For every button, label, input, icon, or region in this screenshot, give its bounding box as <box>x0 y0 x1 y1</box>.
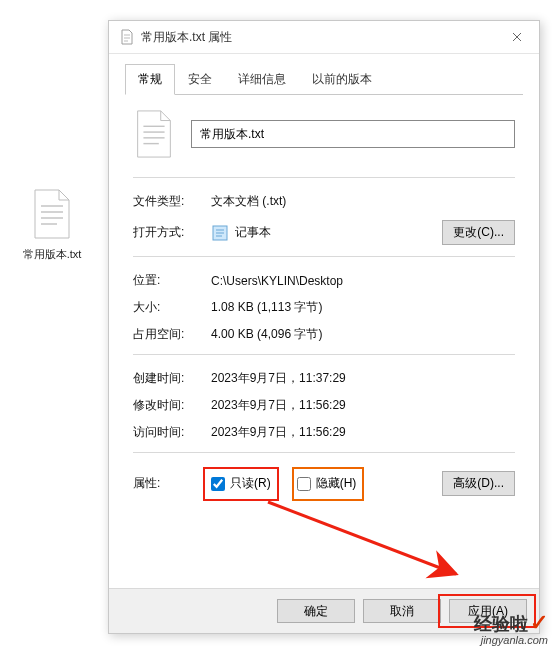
label-file-type: 文件类型: <box>133 193 211 210</box>
label-attributes: 属性: <box>133 475 211 492</box>
label-size-on-disk: 占用空间: <box>133 326 211 343</box>
tab-security[interactable]: 安全 <box>175 64 225 95</box>
value-file-type: 文本文档 (.txt) <box>211 193 515 210</box>
row-created: 创建时间: 2023年9月7日，11:37:29 <box>133 365 515 392</box>
row-accessed: 访问时间: 2023年9月7日，11:56:29 <box>133 419 515 446</box>
change-button[interactable]: 更改(C)... <box>442 220 515 245</box>
cancel-button[interactable]: 取消 <box>363 599 441 623</box>
readonly-label: 只读(R) <box>230 475 271 492</box>
tab-previous-versions[interactable]: 以前的版本 <box>299 64 385 95</box>
titlebar[interactable]: 常用版本.txt 属性 <box>109 21 539 54</box>
row-size-on-disk: 占用空间: 4.00 KB (4,096 字节) <box>133 321 515 348</box>
watermark: 经验啦✓ jingyanla.com <box>474 616 548 647</box>
window-title: 常用版本.txt 属性 <box>141 29 495 46</box>
value-open-with: 记事本 <box>235 224 271 241</box>
tab-general[interactable]: 常规 <box>125 64 175 95</box>
ok-button[interactable]: 确定 <box>277 599 355 623</box>
advanced-button[interactable]: 高级(D)... <box>442 471 515 496</box>
label-accessed: 访问时间: <box>133 424 211 441</box>
check-icon: ✓ <box>530 610 548 635</box>
hidden-label: 隐藏(H) <box>316 475 357 492</box>
close-icon <box>512 32 522 42</box>
label-modified: 修改时间: <box>133 397 211 414</box>
desktop-file-label: 常用版本.txt <box>10 247 94 261</box>
row-file-type: 文件类型: 文本文档 (.txt) <box>133 188 515 215</box>
label-size: 大小: <box>133 299 211 316</box>
readonly-checkbox[interactable] <box>211 477 225 491</box>
properties-dialog: 常用版本.txt 属性 常规 安全 详细信息 以前的版本 <box>108 20 540 634</box>
tab-strip: 常规 安全 详细信息 以前的版本 <box>125 64 523 95</box>
filename-input[interactable] <box>191 120 515 148</box>
hidden-checkbox[interactable] <box>297 477 311 491</box>
row-size: 大小: 1.08 KB (1,113 字节) <box>133 294 515 321</box>
row-modified: 修改时间: 2023年9月7日，11:56:29 <box>133 392 515 419</box>
watermark-url: jingyanla.com <box>481 634 548 646</box>
row-location: 位置: C:\Users\KYLIN\Desktop <box>133 267 515 294</box>
desktop-file[interactable]: 常用版本.txt <box>10 188 94 261</box>
value-accessed: 2023年9月7日，11:56:29 <box>211 424 515 441</box>
value-modified: 2023年9月7日，11:56:29 <box>211 397 515 414</box>
readonly-checkbox-wrap[interactable]: 只读(R) <box>211 475 271 492</box>
value-created: 2023年9月7日，11:37:29 <box>211 370 515 387</box>
row-attributes: 属性: 只读(R) 隐藏(H) 高级(D)... <box>133 463 515 500</box>
label-created: 创建时间: <box>133 370 211 387</box>
text-file-icon <box>119 29 135 45</box>
watermark-brand: 经验啦 <box>474 614 528 634</box>
tab-details[interactable]: 详细信息 <box>225 64 299 95</box>
notepad-icon <box>211 224 229 242</box>
label-location: 位置: <box>133 272 211 289</box>
label-open-with: 打开方式: <box>133 224 211 241</box>
row-open-with: 打开方式: 记事本 更改(C)... <box>133 215 515 250</box>
value-size: 1.08 KB (1,113 字节) <box>211 299 515 316</box>
text-file-icon <box>133 109 175 159</box>
hidden-checkbox-wrap[interactable]: 隐藏(H) <box>297 475 357 492</box>
close-button[interactable] <box>495 21 539 53</box>
value-location: C:\Users\KYLIN\Desktop <box>211 274 515 288</box>
text-file-icon <box>31 188 73 240</box>
value-size-on-disk: 4.00 KB (4,096 字节) <box>211 326 515 343</box>
